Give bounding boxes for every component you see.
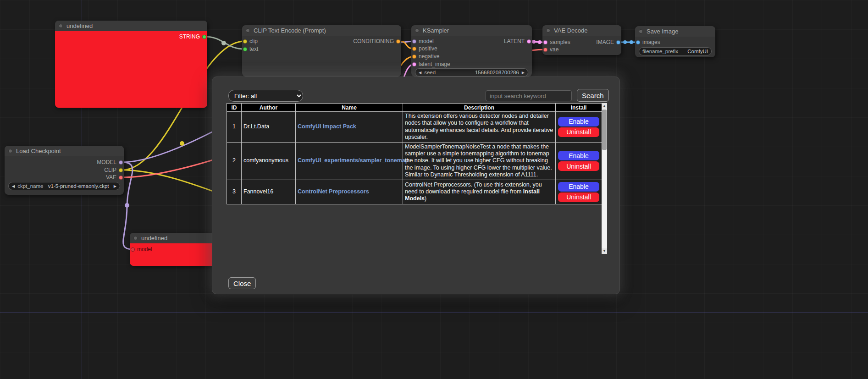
enable-button[interactable]: Enable: [558, 182, 599, 192]
scrollbar-thumb[interactable]: [602, 110, 607, 150]
filter-select[interactable]: Filter: all: [228, 90, 303, 102]
scroll-up-icon[interactable]: ▲: [602, 103, 607, 109]
collapse-dot-icon[interactable]: [133, 236, 138, 240]
scroll-down-icon[interactable]: ▼: [602, 248, 607, 254]
input-dot-text[interactable]: [243, 47, 247, 51]
cell-name: ComfyUI Impact Pack: [296, 112, 403, 143]
column-header-id: ID: [227, 104, 242, 112]
input-dot-model[interactable]: [412, 39, 416, 44]
collapse-dot-icon[interactable]: [246, 28, 250, 33]
table-row: 2 comfyanonymous ComfyUI_experiments/sam…: [227, 142, 602, 180]
close-button[interactable]: Close: [228, 277, 256, 289]
output-dot-vae[interactable]: [119, 176, 123, 180]
grid-axis-horizontal: [0, 312, 868, 313]
cell-id: 2: [227, 142, 242, 180]
input-label: negative: [419, 53, 439, 60]
node-title: KSampler: [423, 27, 449, 34]
cell-description: ControlNet Preprocessors. (To use this e…: [403, 180, 556, 204]
input-dot-clip[interactable]: [243, 39, 247, 44]
input-label: images: [642, 39, 660, 45]
input-dot-vae[interactable]: [543, 48, 547, 52]
increment-arrow-icon[interactable]: ▶: [522, 71, 525, 75]
node-title-bar[interactable]: Save Image: [635, 26, 715, 37]
collapse-dot-icon[interactable]: [415, 28, 419, 33]
column-header-description: Description: [403, 104, 556, 112]
collapse-dot-icon[interactable]: [59, 24, 63, 28]
output-dot-latent[interactable]: [527, 39, 531, 44]
widget-label: ckpt_name: [17, 183, 43, 189]
node-title-bar[interactable]: CLIP Text Encode (Prompt): [242, 25, 401, 36]
next-arrow-icon[interactable]: ▶: [114, 184, 116, 188]
extension-table: ID Author Name Description Install 1 Dr.…: [227, 103, 602, 204]
output-label: MODEL: [97, 159, 116, 165]
node-title-bar[interactable]: VAE Decode: [542, 25, 621, 36]
prev-arrow-icon[interactable]: ◀: [12, 184, 15, 188]
cell-name: ControlNet Preprocessors: [296, 180, 403, 204]
search-button[interactable]: Search: [577, 89, 609, 102]
uninstall-button[interactable]: Uninstall: [558, 161, 599, 171]
table-row: 1 Dr.Lt.Data ComfyUI Impact Pack This ex…: [227, 112, 602, 143]
cell-install: Enable Uninstall: [556, 112, 602, 143]
output-dot-string[interactable]: [202, 35, 206, 39]
input-label: model: [137, 246, 152, 253]
filename-prefix-widget[interactable]: filename_prefix ComfyUI: [639, 47, 712, 55]
input-label: samples: [550, 39, 570, 45]
cell-description: ModelSamplerTonemapNoiseTest a node that…: [403, 142, 556, 180]
extension-link[interactable]: ControlNet Preprocessors: [298, 188, 369, 195]
decrement-arrow-icon[interactable]: ◀: [419, 71, 421, 75]
enable-button[interactable]: Enable: [558, 117, 599, 126]
widget-value: 156680208700286: [475, 70, 519, 75]
node-title-bar[interactable]: Load Checkpoint: [5, 146, 124, 156]
input-dot-samples[interactable]: [543, 40, 547, 44]
output-label: CLIP: [104, 167, 116, 173]
node-vae-decode[interactable]: VAE Decode samples vae IMAGE: [542, 25, 621, 55]
node-save-image[interactable]: Save Image images filename_prefix ComfyU…: [635, 26, 715, 57]
graph-canvas[interactable]: undefined STRING CLIP Text Encode (Promp…: [0, 0, 868, 379]
cell-install: Enable Uninstall: [556, 180, 602, 204]
cell-description: This extension offers various detector n…: [403, 112, 556, 143]
output-dot-model[interactable]: [119, 160, 123, 165]
node-title-bar[interactable]: undefined: [55, 21, 207, 31]
widget-value: ComfyUI: [687, 49, 708, 54]
enable-button[interactable]: Enable: [558, 151, 599, 160]
input-dot-negative[interactable]: [412, 55, 416, 59]
uninstall-button[interactable]: Uninstall: [558, 127, 599, 137]
cell-name: ComfyUI_experiments/sampler_tonemap: [296, 142, 403, 180]
input-label: latent_image: [419, 61, 450, 67]
node-clip-text-encode[interactable]: CLIP Text Encode (Prompt) clip text COND…: [242, 25, 401, 77]
node-load-checkpoint[interactable]: Load Checkpoint MODEL CLIP VAE ◀ ckpt_na…: [5, 146, 124, 195]
input-dot-latent-image[interactable]: [412, 62, 416, 66]
output-dot-clip[interactable]: [119, 168, 123, 172]
node-undefined-top[interactable]: undefined STRING: [55, 21, 207, 108]
output-dot-conditioning[interactable]: [396, 39, 400, 44]
cell-author: comfyanonymous: [242, 142, 296, 180]
uninstall-button[interactable]: Uninstall: [558, 192, 599, 202]
table-row: 3 Fannovel16 ControlNet Preprocessors Co…: [227, 180, 602, 204]
collapse-dot-icon[interactable]: [639, 29, 643, 33]
node-title: Save Image: [647, 28, 678, 35]
search-input[interactable]: [486, 90, 572, 101]
extension-table-scroll-area[interactable]: ID Author Name Description Install 1 Dr.…: [227, 103, 607, 254]
node-ksampler[interactable]: KSampler model positive negative latent_…: [411, 25, 532, 77]
collapse-dot-icon[interactable]: [546, 28, 550, 33]
ckpt-name-widget[interactable]: ◀ ckpt_name v1-5-pruned-emaonly.ckpt ▶: [8, 182, 120, 190]
extension-link[interactable]: ComfyUI Impact Pack: [298, 123, 356, 130]
node-title: VAE Decode: [554, 27, 587, 34]
node-title-bar[interactable]: KSampler: [411, 25, 532, 36]
table-header-row: ID Author Name Description Install: [227, 104, 602, 112]
extension-link[interactable]: ComfyUI_experiments/sampler_tonemap: [298, 157, 409, 164]
table-scrollbar[interactable]: ▲ ▼: [602, 103, 607, 254]
collapse-dot-icon[interactable]: [8, 149, 12, 153]
input-dot-positive[interactable]: [412, 47, 416, 51]
custom-nodes-manager-dialog: Filter: all Search ID Author Name Descri…: [212, 77, 620, 294]
column-header-author: Author: [242, 104, 296, 112]
node-body-error: STRING: [55, 31, 207, 108]
input-label: model: [419, 38, 434, 44]
output-label: CONDITIONING: [353, 38, 394, 44]
input-dot-model[interactable]: [131, 247, 135, 252]
node-title: undefined: [66, 22, 93, 29]
input-dot-images[interactable]: [636, 40, 640, 44]
output-dot-image[interactable]: [616, 40, 620, 44]
seed-widget[interactable]: ◀ seed 156680208700286 ▶: [415, 68, 528, 77]
cell-author: Fannovel16: [242, 180, 296, 204]
